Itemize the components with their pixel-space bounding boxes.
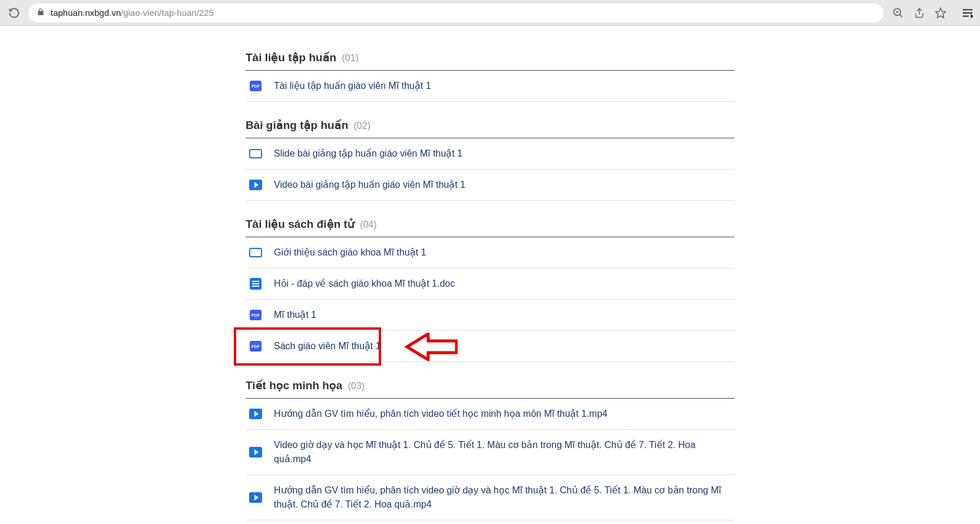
resource-item[interactable]: Hỏi - đáp về sách giáo khoa Mĩ thuật 1.d… — [246, 268, 734, 300]
pdf-icon: PDF — [250, 81, 261, 91]
resource-item[interactable]: Giới thiệu sách giáo khoa Mĩ thuật 1 — [246, 237, 734, 268]
section-title: Tài liệu sách điện tử — [246, 218, 357, 230]
item-label: Mĩ thuật 1 — [274, 308, 316, 322]
item-icon-wrap: PDF — [249, 80, 262, 92]
item-icon-wrap — [249, 179, 262, 191]
video-icon — [249, 180, 262, 190]
video-icon — [249, 447, 262, 457]
item-icon-wrap — [249, 446, 262, 458]
item-label: Hướng dẫn GV tìm hiểu, phân tích video g… — [274, 483, 731, 512]
slide-icon — [249, 149, 262, 158]
item-icon-wrap: PDF — [249, 309, 262, 321]
pdf-icon: PDF — [250, 341, 261, 351]
svg-marker-3 — [936, 8, 946, 18]
resource-item[interactable]: Slide bài giảng tập huấn giáo viên Mĩ th… — [246, 138, 734, 170]
item-icon-wrap — [249, 408, 262, 420]
item-label: Sách giáo viên Mĩ thuật 1 — [274, 339, 381, 353]
item-icon-wrap — [249, 148, 262, 160]
resource-item[interactable]: Hướng dẫn GV tìm hiểu, phân tích video t… — [246, 399, 734, 430]
video-icon — [249, 492, 262, 503]
main-content: Tài liệu tập huấn (01)PDFTài liệu tập hu… — [246, 26, 734, 524]
item-label: Hướng dẫn GV tìm hiểu, phân tích video t… — [274, 407, 607, 421]
url-domain: taphuan.nxbgd.vn — [51, 8, 121, 18]
section-count: (02) — [354, 121, 370, 131]
resource-item[interactable]: Hướng dẫn GV tìm hiểu, phân tích video g… — [246, 475, 734, 520]
item-label: Tài liệu tập huấn giáo viên Mĩ thuật 1 — [274, 79, 431, 93]
resource-item[interactable]: PDFTài liệu tập huấn giáo viên Mĩ thuật … — [246, 71, 734, 102]
section-header: Tài liệu tập huấn (01) — [246, 44, 734, 71]
item-icon-wrap — [249, 492, 262, 503]
doc-icon — [250, 278, 261, 290]
section-count: (01) — [342, 53, 358, 63]
star-icon[interactable] — [934, 6, 947, 19]
url-field[interactable]: taphuan.nxbgd.vn/giao-vien/tap-huan/225 — [28, 4, 883, 22]
section-count: (03) — [348, 381, 365, 391]
section-count: (04) — [360, 220, 376, 230]
video-icon — [249, 409, 262, 419]
item-label: Giới thiệu sách giáo khoa Mĩ thuật 1 — [274, 246, 426, 260]
section-title: Bài giảng tập huấn — [246, 119, 352, 131]
section-title: Tài liệu tập huấn — [246, 51, 339, 64]
resource-item[interactable]: PDFSách giáo viên Mĩ thuật 1 — [246, 331, 734, 362]
item-label: Video giờ dạy và học Mĩ thuật 1. Chủ đề … — [274, 438, 731, 466]
section-title: Tiết học minh họa — [246, 379, 346, 392]
resource-item[interactable]: Video bài giảng tập huấn giáo viên Mĩ th… — [246, 170, 734, 201]
reading-list-icon[interactable] — [961, 6, 974, 19]
browser-action-icons — [892, 6, 974, 19]
slide-icon — [249, 248, 262, 257]
zoom-out-icon[interactable] — [892, 6, 905, 19]
item-label: Video bài giảng tập huấn giáo viên Mĩ th… — [274, 178, 465, 192]
item-icon-wrap — [249, 278, 262, 290]
browser-address-bar: taphuan.nxbgd.vn/giao-vien/tap-huan/225 — [0, 0, 980, 26]
section-header: Bài giảng tập huấn (02) — [246, 111, 734, 138]
reload-button[interactable] — [6, 5, 22, 21]
item-label: Slide bài giảng tập huấn giáo viên Mĩ th… — [274, 147, 462, 161]
url-path: /giao-vien/tap-huan/225 — [121, 8, 214, 18]
item-icon-wrap — [249, 247, 262, 258]
resource-item[interactable]: Video giờ dạy và học Mĩ thuật 1. Chủ đề … — [246, 430, 734, 475]
item-label: Hỏi - đáp về sách giáo khoa Mĩ thuật 1.d… — [274, 277, 455, 291]
share-icon[interactable] — [913, 6, 926, 19]
item-icon-wrap: PDF — [249, 340, 262, 352]
resource-item[interactable]: PDFMĩ thuật 1 — [246, 300, 734, 331]
section-header: Tài liệu sách điện tử (04) — [246, 210, 734, 237]
svg-line-1 — [900, 14, 902, 16]
section-header: Tiết học minh họa (03) — [246, 372, 734, 399]
lock-icon — [37, 7, 45, 18]
pdf-icon: PDF — [250, 310, 261, 320]
